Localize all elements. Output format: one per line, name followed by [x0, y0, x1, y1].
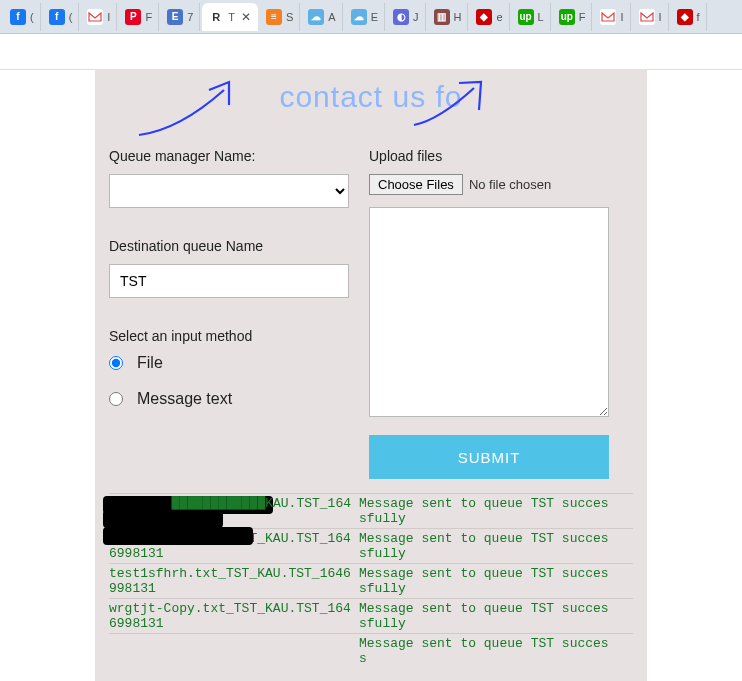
tab-13[interactable]: upF	[553, 3, 593, 31]
log-file-cell: wrgtjt-Copy.txt_TST_KAU.TST_1646998131	[109, 601, 359, 631]
heading-area: contact us fo	[109, 80, 633, 140]
input-method-label: Select an input method	[109, 328, 349, 344]
page-icon: R	[208, 11, 224, 23]
tab-2[interactable]: I	[81, 3, 117, 31]
log-msg-cell: Message sent to queue TST success	[359, 636, 609, 666]
form-card: contact us fo Queue manager Name: Destin…	[95, 70, 647, 681]
tab-1[interactable]: f(	[43, 3, 80, 31]
tab-8[interactable]: ☁E	[345, 3, 385, 31]
log-msg-cell: Message sent to queue TST successfully	[359, 496, 609, 526]
pinterest-icon: P	[125, 9, 141, 25]
facebook-icon: f	[10, 9, 26, 25]
tab-15[interactable]: I	[633, 3, 669, 31]
log-row: xxxxxxxxxxxxxxxxxxxx████████████KAU.TST_…	[109, 493, 633, 528]
bars-icon: ▥	[434, 9, 450, 25]
log-file-cell: test1sfhrh.txt_TST_KAU.TST_1646998131	[109, 566, 359, 596]
red-icon: ◆	[677, 9, 693, 25]
tab-7[interactable]: ☁A	[302, 3, 342, 31]
tab-9[interactable]: ◐J	[387, 3, 426, 31]
arrow-left-icon	[129, 80, 249, 140]
red-icon: ◆	[476, 9, 492, 25]
arrow-right-icon	[409, 80, 499, 140]
queue-manager-label: Queue manager Name:	[109, 148, 349, 164]
log-msg-cell: Message sent to queue TST successfully	[359, 566, 609, 596]
tab-11[interactable]: ◆e	[470, 3, 509, 31]
digitalocean-icon: ◐	[393, 9, 409, 25]
tab-12[interactable]: upL	[512, 3, 551, 31]
upwork-icon: up	[518, 9, 534, 25]
redaction-mark	[103, 510, 223, 528]
log-row: wrgtjt-Copy.txt_TST_KAU.TST_1646998131 M…	[109, 598, 633, 633]
submit-button[interactable]: SUBMIT	[369, 435, 609, 479]
tab-6[interactable]: ≡S	[260, 3, 300, 31]
browser-tab-strip: f( f( I PF E7 RT✕ ≡S ☁A ☁E ◐J ▥H ◆e upL …	[0, 0, 742, 34]
log-file-cell: ████████████txt_TST_KAU.TST_1646998131	[109, 531, 359, 561]
cloud-icon: ☁	[308, 9, 324, 25]
file-status-text: No file chosen	[469, 177, 551, 192]
cloud-icon: ☁	[351, 9, 367, 25]
log-msg-cell: Message sent to queue TST successfully	[359, 601, 609, 631]
choose-files-button[interactable]: Choose Files	[369, 174, 463, 195]
upload-files-label: Upload files	[369, 148, 609, 164]
tab-5-active[interactable]: RT✕	[202, 3, 258, 31]
radio-file[interactable]	[109, 356, 123, 370]
log-msg-cell: Message sent to queue TST successfully	[359, 531, 609, 561]
edge-icon: E	[167, 9, 183, 25]
gmail-icon	[639, 9, 655, 25]
facebook-icon: f	[49, 9, 65, 25]
radio-message-text-label: Message text	[137, 390, 232, 408]
log-table: xxxxxxxxxxxxxxxxxxxx████████████KAU.TST_…	[109, 493, 633, 668]
log-row: Message sent to queue TST success	[109, 633, 633, 668]
gmail-icon	[600, 9, 616, 25]
radio-message-text[interactable]	[109, 392, 123, 406]
tab-0[interactable]: f(	[4, 3, 41, 31]
log-file-cell	[109, 636, 359, 666]
tab-16[interactable]: ◆f	[671, 3, 707, 31]
log-row: ████████████txt_TST_KAU.TST_1646998131 M…	[109, 528, 633, 563]
tab-4[interactable]: E7	[161, 3, 200, 31]
close-tab-icon[interactable]: ✕	[241, 10, 251, 24]
stackoverflow-icon: ≡	[266, 9, 282, 25]
redaction-mark	[103, 527, 253, 545]
radio-file-label: File	[137, 354, 163, 372]
upload-textarea[interactable]	[369, 207, 609, 417]
tab-14[interactable]: I	[594, 3, 630, 31]
queue-manager-select[interactable]	[109, 174, 349, 208]
log-row: test1sfhrh.txt_TST_KAU.TST_1646998131 Me…	[109, 563, 633, 598]
log-file-cell: xxxxxxxxxxxxxxxxxxxx████████████KAU.TST_…	[109, 496, 359, 526]
dest-queue-label: Destination queue Name	[109, 238, 349, 254]
tab-10[interactable]: ▥H	[428, 3, 469, 31]
gmail-icon	[87, 9, 103, 25]
dest-queue-input[interactable]	[109, 264, 349, 298]
tab-3[interactable]: PF	[119, 3, 159, 31]
upwork-icon: up	[559, 9, 575, 25]
browser-toolbar	[0, 34, 742, 70]
